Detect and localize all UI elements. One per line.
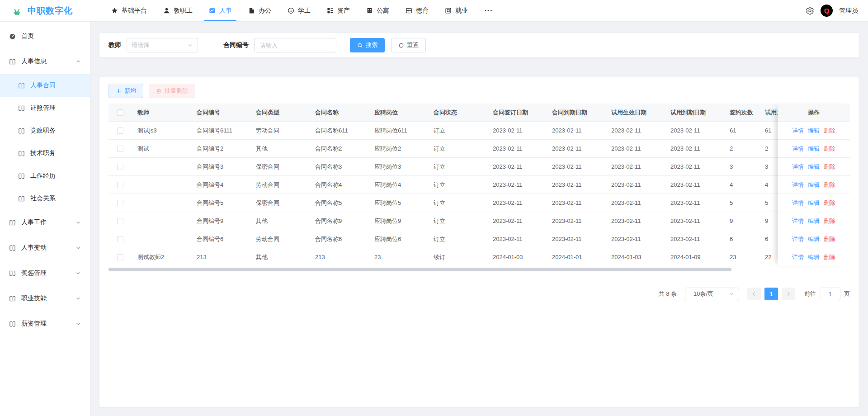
book-icon <box>9 219 16 226</box>
detail-link[interactable]: 详情 <box>792 127 804 135</box>
delete-link[interactable]: 删除 <box>824 127 835 135</box>
col-header-contract-name: 合同名称 <box>310 104 369 121</box>
row-checkbox[interactable] <box>117 254 123 260</box>
sidebar-item-hr-change[interactable]: 人事变动 <box>0 235 90 260</box>
sidebar-item-reward-punish[interactable]: 奖惩管理 <box>0 260 90 286</box>
sidebar-item-social-relation[interactable]: 社会关系 <box>0 187 90 210</box>
next-page-button[interactable] <box>782 288 795 300</box>
detail-link[interactable]: 详情 <box>792 181 804 189</box>
edit-link[interactable]: 编辑 <box>808 163 820 171</box>
topnav-item-apartment[interactable]: 公寓 <box>358 0 397 21</box>
cell-contract-type: 劳动合同 <box>250 176 310 194</box>
app-title: 中职数字化 <box>28 5 73 17</box>
horizontal-scrollbar-thumb[interactable] <box>108 268 731 271</box>
sidebar-item-vocational-skill[interactable]: 职业技能 <box>0 286 90 311</box>
book-icon <box>18 195 25 202</box>
detail-link[interactable]: 详情 <box>792 199 804 207</box>
topnav-item-student[interactable]: 学工 <box>279 0 319 21</box>
page-size-select[interactable]: 10条/页 <box>685 288 739 300</box>
cell-teacher <box>132 194 191 212</box>
cell-contract-no: 213 <box>191 248 250 266</box>
detail-link[interactable]: 详情 <box>792 253 804 261</box>
delete-link[interactable]: 删除 <box>824 145 835 153</box>
row-checkbox[interactable] <box>117 200 123 206</box>
teacher-select[interactable]: 请选择 <box>127 38 198 52</box>
delete-link[interactable]: 删除 <box>824 163 835 171</box>
sidebar-item-party-post[interactable]: 党政职务 <box>0 119 90 142</box>
sidebar-item-cert-manage[interactable]: 证照管理 <box>0 97 90 119</box>
topnav-item-label: 德育 <box>416 7 429 15</box>
detail-link[interactable]: 详情 <box>792 217 804 225</box>
delete-link[interactable]: 删除 <box>824 253 835 261</box>
delete-link[interactable]: 删除 <box>824 199 835 207</box>
row-checkbox[interactable] <box>117 128 123 134</box>
topnav-item-base-platform[interactable]: 基础平台 <box>103 0 155 21</box>
topnav-item-moral[interactable]: 德育 <box>397 0 437 21</box>
sidebar-item-hr-contract[interactable]: 人事合同 <box>0 74 90 97</box>
cell-expire-date: 2023-02-11 <box>547 194 606 212</box>
delete-link[interactable]: 删除 <box>824 217 835 225</box>
topnav-item-employment[interactable]: 就业 <box>437 0 476 21</box>
goto-page-input[interactable] <box>820 288 840 300</box>
dashboard-icon <box>9 33 16 40</box>
cell-contract-name: 合同名称2 <box>310 140 369 157</box>
col-header-operation: 操作 <box>778 104 850 122</box>
table-row: 合同编号6劳动合同合同名称6应聘岗位6订立2023-02-112023-02-1… <box>108 230 850 248</box>
cell-position: 应聘岗位611 <box>369 122 428 139</box>
user-name[interactable]: 管理员 <box>839 7 858 15</box>
topnav-item-hr[interactable]: 人事 <box>201 0 240 21</box>
delete-link[interactable]: 删除 <box>824 235 835 243</box>
edit-link[interactable]: 编辑 <box>808 253 820 261</box>
cell-trial-start-date: 2023-02-11 <box>606 194 665 212</box>
row-checkbox[interactable] <box>117 236 123 242</box>
search-button[interactable]: 搜索 <box>350 38 385 52</box>
topnav-item-office[interactable]: 办公 <box>240 0 279 21</box>
cell-sign-date: 2023-02-11 <box>487 176 547 194</box>
topnav-item-staff[interactable]: 教职工 <box>155 0 201 21</box>
page-1-button[interactable]: 1 <box>764 288 778 300</box>
sidebar-item-tech-post[interactable]: 技术职务 <box>0 142 90 165</box>
delete-link[interactable]: 删除 <box>824 181 835 189</box>
sidebar-item-salary[interactable]: 薪资管理 <box>0 311 90 336</box>
edit-link[interactable]: 编辑 <box>808 235 820 243</box>
topnav-item-assets[interactable]: 资产 <box>319 0 358 21</box>
edit-link[interactable]: 编辑 <box>808 181 820 189</box>
cell-teacher: 测试教师2 <box>132 248 191 266</box>
prev-page-button[interactable] <box>747 288 761 300</box>
table-row: 合同编号9其他合同名称9应聘岗位9订立2023-02-112023-02-112… <box>108 212 850 230</box>
user-avatar[interactable]: Q <box>821 5 833 17</box>
batch-delete-button[interactable]: 批量删除 <box>149 84 195 98</box>
contract-no-input[interactable] <box>254 38 336 52</box>
row-checkbox[interactable] <box>117 146 123 152</box>
chevron-down-icon <box>75 296 81 301</box>
sidebar-item-work-history[interactable]: 工作经历 <box>0 165 90 187</box>
edit-link[interactable]: 编辑 <box>808 127 820 135</box>
select-all-checkbox[interactable] <box>117 109 123 116</box>
cell-sign-count: 5 <box>724 194 760 212</box>
settings-gear-icon[interactable] <box>806 6 814 15</box>
detail-link[interactable]: 详情 <box>792 235 804 243</box>
add-button[interactable]: 新增 <box>108 84 143 98</box>
detail-link[interactable]: 详情 <box>792 163 804 171</box>
row-checkbox[interactable] <box>117 182 123 188</box>
row-checkbox[interactable] <box>117 218 123 224</box>
sidebar-item-hr-info[interactable]: 人事信息 <box>0 49 90 74</box>
book-icon <box>9 321 16 327</box>
book-icon <box>18 150 25 157</box>
chart-icon <box>209 7 216 14</box>
cell-trial-start-date: 2023-02-11 <box>606 140 665 157</box>
edit-link[interactable]: 编辑 <box>808 217 820 225</box>
operation-fixed-column: 操作详情编辑删除详情编辑删除详情编辑删除详情编辑删除详情编辑删除详情编辑删除详情… <box>778 104 850 266</box>
cell-teacher <box>132 230 191 248</box>
row-checkbox[interactable] <box>117 164 123 170</box>
detail-link[interactable]: 详情 <box>792 145 804 153</box>
reset-button[interactable]: 重置 <box>391 38 426 52</box>
sidebar-item-hr-work[interactable]: 人事工作 <box>0 210 90 235</box>
topnav-item-more[interactable] <box>476 0 500 21</box>
user-icon <box>163 7 170 14</box>
cell-trial-end-date: 2023-02-11 <box>665 212 724 230</box>
cell-contract-no: 合同编号6111 <box>191 122 250 139</box>
edit-link[interactable]: 编辑 <box>808 145 820 153</box>
edit-link[interactable]: 编辑 <box>808 199 820 207</box>
sidebar-item-home[interactable]: 首页 <box>0 24 90 49</box>
